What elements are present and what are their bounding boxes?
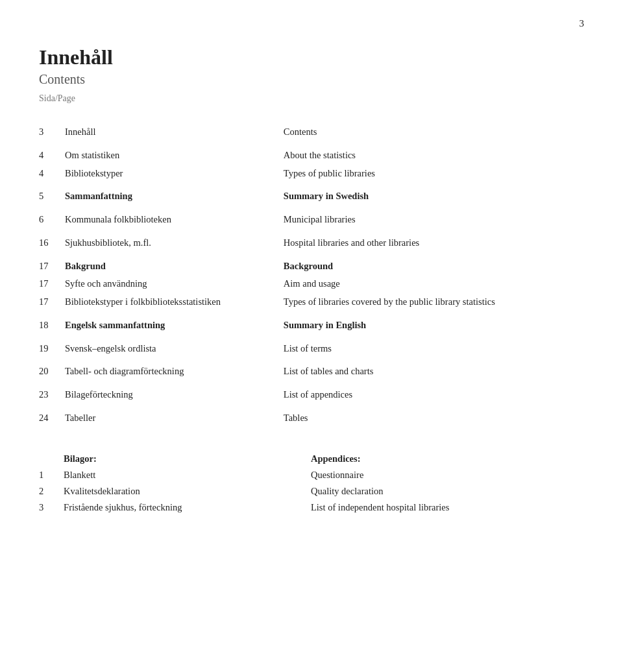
toc-num: 16: [39, 234, 65, 252]
toc-english: Summary in Swedish: [284, 187, 584, 206]
toc-row: 5SammanfattningSummary in Swedish: [39, 187, 584, 206]
toc-swedish: Tabeller: [65, 409, 284, 427]
toc-num: 3: [39, 123, 65, 141]
toc-table: 3InnehållContents4Om statistikenAbout th…: [39, 123, 584, 427]
toc-num: 6: [39, 211, 65, 229]
toc-row: 19Svensk–engelsk ordlistaList of terms: [39, 340, 584, 358]
toc-english: Hospital libraries and other libraries: [284, 234, 584, 252]
toc-num: 20: [39, 363, 65, 381]
toc-num: 17: [39, 293, 65, 311]
appendix-num: 3: [39, 499, 64, 516]
toc-swedish: Sammanfattning: [65, 187, 284, 206]
toc-row: 18Engelsk sammanfattningSummary in Engli…: [39, 317, 584, 335]
toc-swedish: Svensk–engelsk ordlista: [65, 340, 284, 358]
toc-english: Aim and usage: [284, 275, 584, 293]
toc-num: 24: [39, 409, 65, 427]
toc-row: 23BilageförteckningList of appendices: [39, 386, 584, 404]
toc-swedish: Bibliotekstyper: [65, 165, 284, 183]
appendix-english: List of independent hospital libraries: [311, 499, 584, 516]
toc-english: Contents: [284, 123, 584, 141]
toc-english: Background: [284, 258, 584, 276]
toc-swedish: Bakgrund: [65, 258, 284, 276]
toc-num: 4: [39, 147, 65, 165]
appendices-row: 1BlankettQuestionnaire: [39, 467, 584, 483]
toc-row: 4Om statistikenAbout the statistics: [39, 147, 584, 165]
toc-english: Tables: [284, 409, 584, 427]
appendix-swedish: Fristående sjukhus, förteckning: [64, 499, 311, 516]
page-subtitle: Contents: [39, 72, 584, 87]
toc-english: Municipal libraries: [284, 211, 584, 229]
appendix-swedish: Kvalitetsdeklaration: [64, 483, 311, 499]
appendices-english-header: Appendices:: [311, 451, 584, 467]
appendices-table: Bilagor: Appendices: 1BlankettQuestionna…: [39, 451, 584, 516]
toc-row: 16Sjukhusbibliotek, m.fl.Hospital librar…: [39, 234, 584, 252]
toc-num: 18: [39, 317, 65, 335]
appendix-num: 2: [39, 483, 64, 499]
toc-english: Types of libraries covered by the public…: [284, 293, 584, 311]
page-title: Innehåll: [39, 45, 584, 69]
appendices-num-header: [39, 451, 64, 467]
toc-swedish: Tabell- och diagramförteckning: [65, 363, 284, 381]
toc-swedish: Bilageförteckning: [65, 386, 284, 404]
appendices-row: 2KvalitetsdeklarationQuality declaration: [39, 483, 584, 499]
toc-english: List of tables and charts: [284, 363, 584, 381]
toc-swedish: Om statistiken: [65, 147, 284, 165]
toc-swedish: Syfte och användning: [65, 275, 284, 293]
toc-num: 23: [39, 386, 65, 404]
toc-row: 4BibliotekstyperTypes of public librarie…: [39, 165, 584, 183]
appendix-swedish: Blankett: [64, 467, 311, 483]
toc-num: 4: [39, 165, 65, 183]
toc-swedish: Kommunala folkbiblioteken: [65, 211, 284, 229]
toc-row: 17BakgrundBackground: [39, 258, 584, 276]
toc-english: Types of public libraries: [284, 165, 584, 183]
toc-num: 19: [39, 340, 65, 358]
toc-english: List of terms: [284, 340, 584, 358]
toc-num: 5: [39, 187, 65, 206]
toc-row: 17Syfte och användningAim and usage: [39, 275, 584, 293]
toc-english: List of appendices: [284, 386, 584, 404]
toc-row: 17Bibliotekstyper i folkbiblioteksstatis…: [39, 293, 584, 311]
toc-swedish: Engelsk sammanfattning: [65, 317, 284, 335]
toc-swedish: Bibliotekstyper i folkbiblioteksstatisti…: [65, 293, 284, 311]
toc-row: 20Tabell- och diagramförteckningList of …: [39, 363, 584, 381]
toc-num: 17: [39, 275, 65, 293]
toc-row: 6Kommunala folkbibliotekenMunicipal libr…: [39, 211, 584, 229]
appendix-english: Questionnaire: [311, 467, 584, 483]
appendices-row: 3Fristående sjukhus, förteckningList of …: [39, 499, 584, 516]
sida-page-label: Sida/Page: [39, 93, 584, 104]
toc-row: 3InnehållContents: [39, 123, 584, 141]
toc-num: 17: [39, 258, 65, 276]
appendices-swedish-header: Bilagor:: [64, 451, 311, 467]
toc-row: 24TabellerTables: [39, 409, 584, 427]
page-number: 3: [580, 18, 585, 29]
toc-english: About the statistics: [284, 147, 584, 165]
appendix-num: 1: [39, 467, 64, 483]
toc-swedish: Sjukhusbibliotek, m.fl.: [65, 234, 284, 252]
toc-english: Summary in English: [284, 317, 584, 335]
appendix-english: Quality declaration: [311, 483, 584, 499]
toc-swedish: Innehåll: [65, 123, 284, 141]
